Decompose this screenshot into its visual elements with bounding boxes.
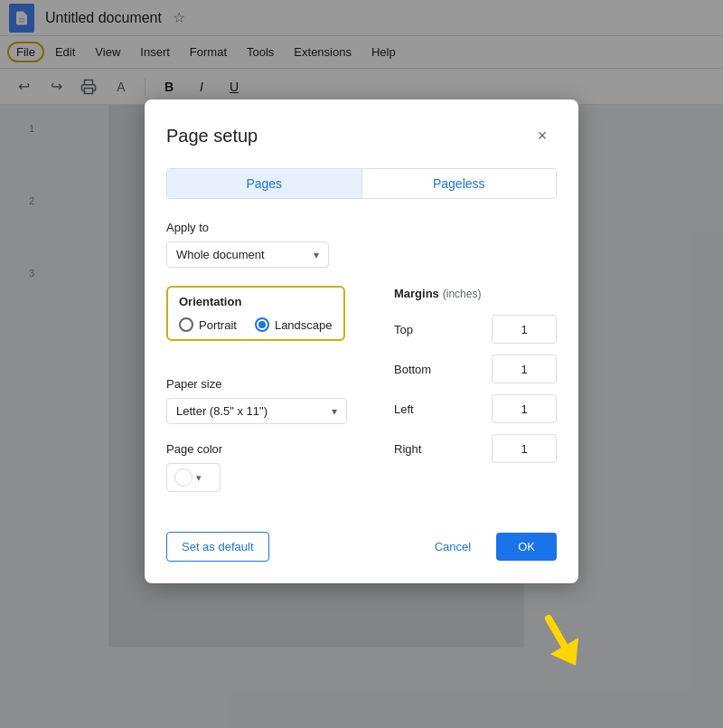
portrait-option[interactable]: Portrait [179, 317, 237, 332]
set-default-button[interactable]: Set as default [166, 532, 269, 562]
apply-to-section: Apply to Whole document ▾ [166, 221, 557, 268]
page-color-button[interactable]: ▾ [166, 463, 221, 492]
margin-bottom-input[interactable] [492, 355, 557, 383]
margin-row-left: Left [394, 394, 557, 423]
paper-size-section: Paper size Letter (8.5" x 11") ▾ [166, 377, 372, 424]
orientation-section: Orientation Portrait Landscape [166, 286, 345, 341]
apply-to-value: Whole document [176, 248, 265, 261]
dialog-header: Page setup × [166, 121, 557, 150]
color-arrow: ▾ [196, 472, 202, 484]
close-button[interactable]: × [528, 121, 557, 150]
ok-button[interactable]: OK [496, 533, 557, 561]
yellow-arrow-indicator [535, 610, 589, 674]
left-col: Orientation Portrait Landscape [166, 286, 372, 510]
margin-right-label: Right [394, 442, 439, 456]
color-swatch [174, 468, 192, 487]
page-color-section: Page color ▾ [166, 442, 372, 492]
dialog-body: Orientation Portrait Landscape [166, 286, 557, 510]
margin-row-top: Top [394, 315, 557, 344]
margin-row-bottom: Bottom [394, 355, 557, 383]
paper-size-dropdown[interactable]: Letter (8.5" x 11") ▾ [166, 398, 347, 424]
paper-size-arrow: ▾ [332, 405, 337, 418]
page-setup-dialog: Page setup × Pages Pageless Apply to Who… [145, 99, 578, 583]
right-col: Margins (inches) Top Bottom Left Right [394, 286, 557, 510]
portrait-radio[interactable] [179, 317, 193, 332]
portrait-label: Portrait [199, 318, 237, 332]
footer-right: Cancel OK [420, 533, 557, 561]
margins-unit: (inches) [443, 288, 482, 300]
apply-to-arrow: ▾ [314, 249, 319, 261]
cancel-button[interactable]: Cancel [420, 533, 485, 561]
margin-left-label: Left [394, 402, 439, 416]
app-container: Untitled document ☆ File Edit View Inser… [0, 0, 723, 728]
tab-bar: Pages Pageless [166, 168, 557, 199]
tab-pageless[interactable]: Pageless [362, 169, 557, 198]
dialog-title: Page setup [166, 126, 258, 147]
orientation-label: Orientation [179, 295, 333, 308]
margin-bottom-label: Bottom [394, 363, 439, 376]
paper-size-value: Letter (8.5" x 11") [176, 404, 268, 418]
margin-top-label: Top [394, 323, 439, 336]
page-color-label: Page color [166, 442, 372, 456]
apply-to-dropdown[interactable]: Whole document ▾ [166, 241, 329, 268]
margins-title: Margins [394, 287, 439, 300]
margin-right-input[interactable] [492, 434, 557, 463]
apply-to-label: Apply to [166, 221, 557, 234]
margin-top-input[interactable] [492, 315, 557, 344]
paper-size-label: Paper size [166, 377, 372, 391]
landscape-label: Landscape [275, 318, 333, 332]
orientation-radio-group: Portrait Landscape [179, 317, 333, 332]
svg-marker-4 [550, 638, 589, 674]
margin-row-right: Right [394, 434, 557, 463]
margin-left-input[interactable] [492, 394, 557, 423]
dialog-footer: Set as default Cancel OK [166, 532, 557, 562]
landscape-radio[interactable] [255, 317, 269, 332]
landscape-option[interactable]: Landscape [255, 317, 333, 332]
tab-pages[interactable]: Pages [167, 169, 362, 198]
